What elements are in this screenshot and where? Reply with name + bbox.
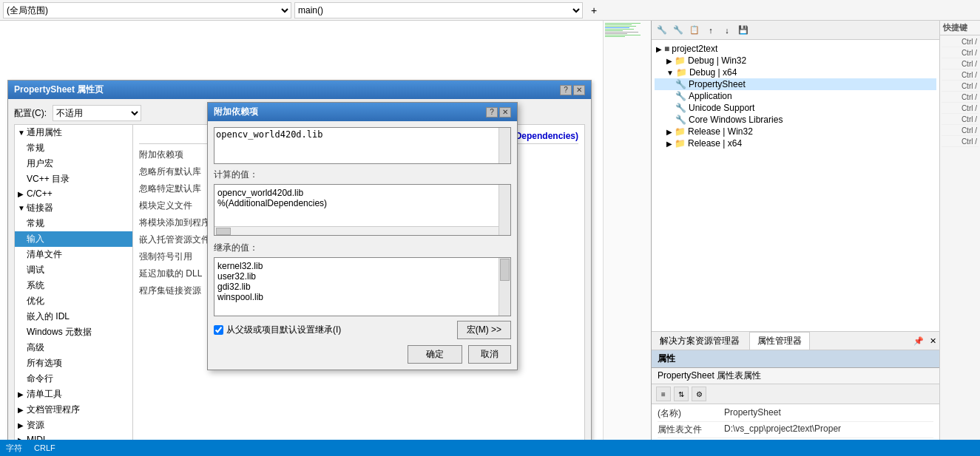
function-select[interactable]: main() (294, 2, 583, 18)
shortcut-1: Ctrl / (942, 37, 979, 47)
dialog-close-btn[interactable]: ✕ (499, 107, 511, 118)
gear-icon-4: 🔧 (675, 115, 686, 125)
inherited-area: kernel32.lib user32.lib gdi32.lib winspo… (214, 257, 511, 316)
pin-icon[interactable]: 📌 (910, 336, 927, 346)
tree-item-manifest-tools[interactable]: ▶ 清单工具 (15, 387, 132, 402)
se-item-release-win32[interactable]: ▶ 📁 Release | Win32 (655, 126, 936, 137)
folder-icon-4: 📁 (675, 138, 686, 149)
solution-tree[interactable]: ▶ ■ project2text ▶ 📁 Debug | Win32 ▼ 📁 D… (652, 40, 939, 331)
copy-icon-btn[interactable]: 📋 (687, 23, 702, 38)
se-item-debug-x64[interactable]: ▼ 📁 Debug | x64 (655, 67, 936, 78)
se-label-debug-win32: Debug | Win32 (688, 55, 746, 66)
se-toolbar: 🔧 🔧 📋 ↑ ↓ 💾 (652, 21, 939, 40)
tree-item-normal[interactable]: 常规 (15, 140, 132, 156)
shortcut-10: Ctrl / (942, 137, 979, 147)
bottom-right-panel: 解决方案资源管理器 属性管理器 📌 ✕ 属性 PropertySheet 属性表… (652, 331, 939, 440)
tree-item-system[interactable]: 系统 (15, 278, 132, 293)
tree-item-debug[interactable]: 调试 (15, 262, 132, 278)
se-item-application[interactable]: 🔧 Application (655, 90, 936, 102)
wrench2-icon-btn[interactable]: 🔧 (671, 23, 686, 38)
pp-icon-gear[interactable]: ⚙ (692, 387, 706, 401)
config-select[interactable]: 不适用 (53, 105, 141, 121)
se-label-core-win: Core Windows Libraries (689, 115, 783, 125)
se-item-unicode[interactable]: 🔧 Unicode Support (655, 102, 936, 114)
tree-item-resources[interactable]: ▶ 资源 (15, 418, 132, 433)
dialog-help-btn[interactable]: ? (486, 107, 498, 118)
inherited-scroll-thumb (500, 259, 510, 281)
top-toolbar: (全局范围) main() + (0, 0, 980, 21)
folder-icon-1: 📁 (675, 55, 686, 66)
gear-icon-1: 🔧 (675, 79, 686, 89)
tree-item-vcpp[interactable]: VC++ 目录 (15, 171, 132, 187)
tab-solution-explorer[interactable]: 解决方案资源管理器 (652, 332, 748, 350)
wrench-icon-btn[interactable]: 🔧 (655, 23, 669, 38)
se-label-unicode: Unicode Support (689, 103, 754, 113)
se-item-debug-win32[interactable]: ▶ 📁 Debug | Win32 (655, 55, 936, 67)
add-dep-title-text: 附加依赖项 (214, 106, 258, 118)
shortcut-8: Ctrl / (942, 115, 979, 125)
se-label-application: Application (689, 91, 732, 101)
tree-item-cmdline[interactable]: 命令行 (15, 371, 132, 387)
se-item-propertysheet[interactable]: 🔧 PropertySheet (655, 78, 936, 90)
gear-icon-3: 🔧 (675, 103, 686, 113)
inherited-label: 继承的值： (214, 242, 511, 254)
bottom-tabs: 解决方案资源管理器 属性管理器 📌 ✕ (652, 332, 939, 350)
dep-input-textarea[interactable]: opencv_world420d.lib (214, 128, 497, 163)
se-item-release-x64[interactable]: ▶ 📁 Release | x64 (655, 137, 936, 149)
tree-item-general[interactable]: ▼ 通用属性 (15, 125, 132, 140)
ok-button[interactable]: 确定 (408, 345, 462, 364)
shortcuts-panel: 快捷键 Ctrl / Ctrl / Ctrl / Ctrl / Ctrl / C… (939, 21, 980, 440)
se-item-core-win[interactable]: 🔧 Core Windows Libraries (655, 114, 936, 126)
pp-icon-sort[interactable]: ⇅ (674, 387, 689, 401)
tree-item-midl[interactable]: ▶ MIDL (15, 433, 132, 440)
input-scrollbar[interactable] (499, 128, 510, 163)
scope-select[interactable]: (全局范围) (3, 2, 291, 18)
tree-item-xml-gen[interactable]: ▶ 文档管理程序 (15, 402, 132, 418)
add-dep-title-bar: 附加依赖项 ? ✕ (208, 103, 517, 121)
tree-item-user-macros[interactable]: 用户宏 (15, 156, 132, 171)
property-tree[interactable]: ▼ 通用属性 常规 用户宏 VC++ 目录 (15, 125, 133, 440)
properties-header: 属性 (652, 350, 939, 368)
tree-item-optimize[interactable]: 优化 (15, 293, 132, 309)
tree-item-cpp[interactable]: ▶ C/C++ (15, 187, 132, 200)
pp-row-propfile: 属性表文件 D:\vs_cpp\project2text\Proper (658, 422, 933, 438)
computed-values: opencv_world420d.lib %(AdditionalDepende… (214, 185, 497, 211)
tree-item-manifest[interactable]: 清单文件 (15, 247, 132, 262)
inherit-checkbox-row: 从父级或项目默认设置继承(I) 宏(M) >> (214, 321, 511, 339)
tree-item-all-opts[interactable]: 所有选项 (15, 355, 132, 371)
property-sheet-title-bar: PropertySheet 属性页 ? ✕ (8, 81, 591, 99)
tree-item-linker[interactable]: ▼ 链接器 (15, 200, 132, 216)
tree-item-embedded-idl[interactable]: 嵌入的 IDL (15, 309, 132, 324)
se-label-debug-x64: Debug | x64 (689, 67, 737, 78)
computed-scrollbar[interactable] (499, 185, 510, 235)
help-button[interactable]: ? (560, 85, 572, 95)
tab-property-manager[interactable]: 属性管理器 (749, 332, 810, 350)
up-icon-btn[interactable]: ↑ (703, 23, 718, 38)
close-button[interactable]: ✕ (573, 85, 585, 95)
save-icon-btn[interactable]: 💾 (736, 23, 751, 38)
config-label: 配置(C): (14, 107, 47, 120)
macro-button[interactable]: 宏(M) >> (457, 321, 511, 339)
dialog-buttons: 确定 取消 (214, 345, 511, 364)
pp-row-name: (名称) PropertySheet (658, 406, 933, 422)
status-crlf: CRLF (34, 443, 55, 452)
folder-icon-3: 📁 (675, 126, 686, 137)
tree-item-linker-input[interactable]: 输入 (15, 231, 132, 247)
cancel-button[interactable]: 取消 (468, 345, 511, 364)
computed-hscroll[interactable] (214, 226, 499, 235)
shortcut-9: Ctrl / (942, 126, 979, 136)
down-icon-btn[interactable]: ↓ (720, 23, 734, 38)
inherit-checkbox[interactable] (214, 325, 223, 335)
close-panel-icon[interactable]: ✕ (927, 336, 939, 346)
tree-item-win-meta[interactable]: Windows 元数据 (15, 324, 132, 340)
right-panel: 🔧 🔧 📋 ↑ ↓ 💾 ▶ ■ project2text ▶ (651, 21, 939, 440)
se-label-release-x64: Release | x64 (688, 138, 742, 149)
tree-item-linker-general[interactable]: 常规 (15, 216, 132, 231)
se-item-project[interactable]: ▶ ■ project2text (655, 43, 936, 55)
inherited-scrollbar[interactable] (499, 258, 510, 316)
pp-icon-list[interactable]: ≡ (656, 387, 671, 401)
shortcut-3: Ctrl / (942, 59, 979, 69)
shortcut-5: Ctrl / (942, 81, 979, 92)
tree-item-advanced[interactable]: 高级 (15, 340, 132, 355)
add-button[interactable]: + (586, 2, 602, 18)
